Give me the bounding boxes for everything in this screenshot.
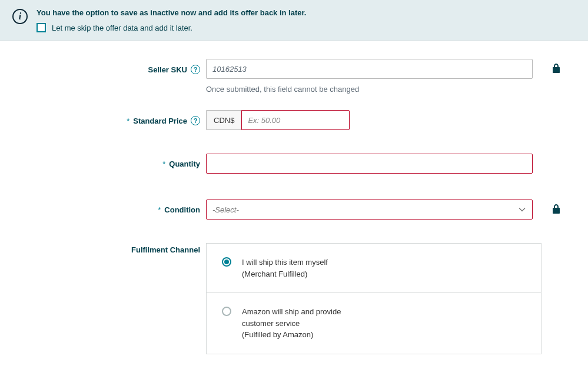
label-seller-sku: Seller SKU ? [24, 59, 200, 74]
standard-price-input[interactable] [241, 110, 350, 130]
fulfilment-option-self[interactable]: I will ship this item myself (Merchant F… [207, 244, 541, 292]
label-condition: * Condition [24, 200, 200, 214]
currency-prefix: CDN$ [206, 110, 241, 130]
info-icon: i [12, 8, 28, 25]
skip-offer-label: Let me skip the offer data and add it la… [52, 24, 192, 32]
row-fulfilment: Fulfilment Channel I will ship this item… [24, 243, 564, 354]
skip-offer-checkbox[interactable] [36, 23, 46, 32]
notice-title: You have the option to save as inactive … [36, 8, 576, 17]
seller-sku-helper: Once submitted, this field cannot be cha… [206, 85, 533, 94]
row-quantity: * Quantity [24, 154, 564, 174]
quantity-input[interactable] [206, 154, 533, 174]
condition-select[interactable]: -Select- [206, 200, 533, 220]
radio-amazon[interactable] [222, 307, 231, 316]
fulfilment-options: I will ship this item myself (Merchant F… [206, 243, 542, 354]
price-input-group: CDN$ [206, 110, 533, 130]
offer-form: Seller SKU ? Once submitted, this field … [0, 41, 588, 369]
label-fulfilment: Fulfilment Channel [24, 243, 200, 254]
lock-icon [539, 59, 574, 73]
lock-icon [539, 200, 574, 214]
help-icon[interactable]: ? [191, 65, 200, 74]
seller-sku-input[interactable] [206, 59, 533, 79]
label-quantity: * Quantity [24, 154, 200, 168]
notice-bar: i You have the option to save as inactiv… [0, 0, 588, 41]
fulfilment-option-amazon[interactable]: Amazon will ship and provide customer se… [207, 292, 541, 354]
row-seller-sku: Seller SKU ? Once submitted, this field … [24, 59, 564, 94]
row-standard-price: * Standard Price ? CDN$ [24, 110, 564, 130]
help-icon[interactable]: ? [191, 116, 200, 125]
row-condition: * Condition -Select- [24, 200, 564, 220]
notice-body: You have the option to save as inactive … [36, 8, 576, 32]
radio-self[interactable] [222, 257, 231, 267]
skip-offer-row: Let me skip the offer data and add it la… [36, 23, 576, 32]
label-standard-price: * Standard Price ? [24, 110, 200, 125]
